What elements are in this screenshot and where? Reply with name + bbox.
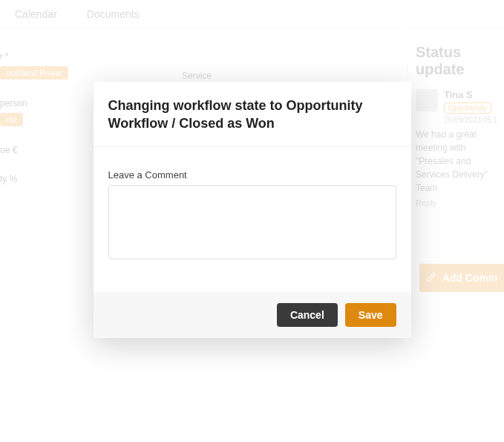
modal-backdrop: Changing workflow state to Opportunity W… [0,0,504,442]
comment-textarea[interactable] [108,185,396,259]
cancel-button[interactable]: Cancel [277,303,338,327]
modal-title: Changing workflow state to Opportunity W… [108,97,396,133]
comment-label: Leave a Comment [108,169,396,181]
save-button[interactable]: Save [345,303,396,327]
workflow-state-modal: Changing workflow state to Opportunity W… [94,82,411,338]
